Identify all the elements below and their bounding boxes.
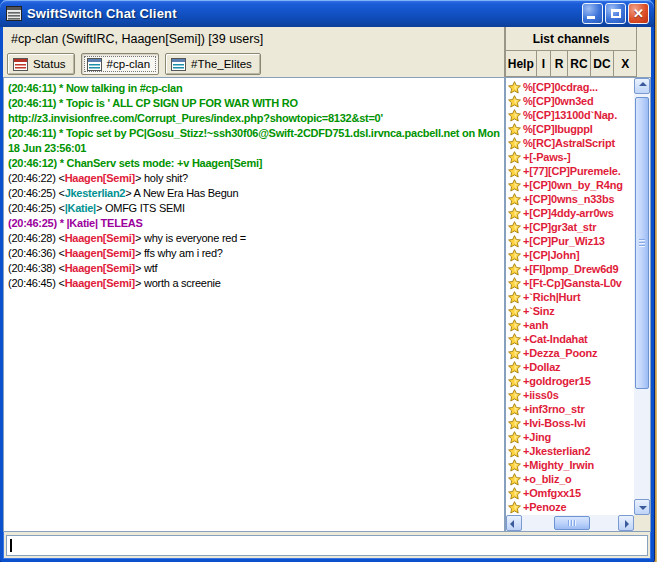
user-name: +[CP]Pur_Wiz13 — [523, 235, 605, 247]
chat-line: (20:46:25) <Jkesterlian2> A New Era Has … — [8, 186, 502, 201]
user-list-item[interactable]: +goldroger15 — [507, 374, 634, 388]
user-list-item[interactable]: +anh — [507, 318, 634, 332]
scroll-down-button[interactable] — [634, 499, 650, 515]
user-list-item[interactable]: +[-Paws-] — [507, 150, 634, 164]
chat-line: (20:46:12) * ChanServ sets mode: +v Haag… — [8, 156, 502, 171]
vertical-scroll-thumb[interactable] — [635, 97, 649, 389]
star-icon — [508, 375, 521, 388]
scroll-grip — [568, 520, 576, 526]
nickname: Haagen[Semi] — [65, 277, 135, 289]
scroll-up-button[interactable] — [634, 78, 650, 94]
user-list-item[interactable]: +Mighty_Irwin — [507, 458, 634, 472]
star-icon — [508, 193, 521, 206]
star-icon — [508, 179, 521, 192]
toolbar-button-x[interactable]: X — [613, 51, 637, 77]
user-name: +`Sinz — [523, 305, 555, 317]
user-list-item[interactable]: +[CP|John] — [507, 248, 634, 262]
user-list-item[interactable]: +Dezza_Poonz — [507, 346, 634, 360]
star-icon — [508, 109, 521, 122]
user-name: +[-Paws-] — [523, 151, 570, 163]
tab--the-elites[interactable]: #The_Elites — [165, 53, 261, 75]
message-input[interactable] — [7, 536, 647, 555]
star-icon — [508, 333, 521, 346]
user-list-item[interactable]: +Jing — [507, 430, 634, 444]
scroll-grip — [639, 239, 645, 247]
user-list-item[interactable]: +iiss0s — [507, 388, 634, 402]
message-input-row — [6, 535, 648, 556]
user-list-item[interactable]: %[CP]0cdrag... — [507, 80, 634, 94]
tab--cp-clan[interactable]: #cp-clan — [81, 53, 159, 75]
toolbar-button-rc[interactable]: RC — [567, 51, 591, 77]
user-list-item[interactable]: +[FI]pmp_Drew6d9 — [507, 262, 634, 276]
user-name: %[RC]AstralScript — [523, 137, 615, 149]
star-icon — [508, 501, 521, 514]
close-button[interactable]: ✕ — [628, 3, 649, 24]
toolbar-button-help[interactable]: Help — [505, 51, 537, 77]
channel-tab-icon — [87, 58, 102, 71]
star-icon — [508, 249, 521, 262]
maximize-button[interactable] — [605, 3, 626, 24]
nickname: |Katie| — [65, 202, 96, 214]
toolbar-button-i[interactable]: I — [536, 51, 552, 77]
tab-status[interactable]: Status — [7, 53, 75, 75]
chat-line: (20:46:11) * Topic set by PC|Gosu_Stizz!… — [8, 126, 502, 156]
user-list-item[interactable]: %[RC]AstralScript — [507, 136, 634, 150]
user-list-item[interactable]: +o_bliz_o — [507, 472, 634, 486]
user-name: +Jing — [523, 431, 551, 443]
user-list-vertical-scrollbar[interactable] — [634, 78, 650, 515]
user-list-item[interactable]: +[CP]gr3at_str — [507, 220, 634, 234]
arrow-down-icon — [639, 506, 647, 510]
user-list-item[interactable]: +[CP]4ddy-arr0ws — [507, 206, 634, 220]
toolbar-button-dc[interactable]: DC — [590, 51, 615, 77]
toolbar-button-r[interactable]: R — [550, 51, 568, 77]
user-list-item[interactable]: +Dollaz — [507, 360, 634, 374]
user-list-item[interactable]: +`Sinz — [507, 304, 634, 318]
user-list-horizontal-scrollbar[interactable] — [506, 515, 634, 531]
scroll-left-button[interactable] — [506, 515, 522, 531]
list-channels-button[interactable]: List channels — [505, 27, 637, 51]
user-list-item[interactable]: +Penoze — [507, 500, 634, 514]
chat-line: (20:46:36) <Haagen[Semi]> ffs why am i r… — [8, 246, 502, 261]
chat-line: (20:46:22) <Haagen[Semi]> holy shit? — [8, 171, 502, 186]
nickname: Haagen[Semi] — [65, 232, 135, 244]
user-list-item[interactable]: %[CP]13100d`Nap. — [507, 108, 634, 122]
user-list-item[interactable]: %[CP]0wn3ed — [507, 94, 634, 108]
minimize-button[interactable] — [582, 3, 603, 24]
user-name: +Dezza_Poonz — [523, 347, 597, 359]
user-name: %[CP]0cdrag... — [523, 81, 598, 93]
user-name: %[CP]Ibugppl — [523, 123, 593, 135]
user-list-item[interactable]: +[CP]0wn_by_R4ng — [507, 178, 634, 192]
user-list-item[interactable]: +`Rich|Hurt — [507, 290, 634, 304]
user-name: +`Rich|Hurt — [523, 291, 580, 303]
user-list-item[interactable]: +Cat-Indahat — [507, 332, 634, 346]
user-list-item[interactable]: +Jkesterlian2 — [507, 444, 634, 458]
star-icon — [508, 123, 521, 136]
tab-row: Status #cp-clan #The_Elites HelpIRRCDCX — [3, 51, 651, 77]
title-bar[interactable]: SwiftSwitch Chat Client ✕ — [0, 0, 654, 27]
arrow-left-icon — [510, 520, 514, 528]
horizontal-scroll-thumb[interactable] — [554, 516, 590, 530]
user-name: +Dollaz — [523, 361, 560, 373]
user-list-item[interactable]: +[CP]Pur_Wiz13 — [507, 234, 634, 248]
tab-bar: Status #cp-clan #The_Elites — [3, 51, 504, 77]
main-area: (20:46:11) * Now talking in #cp-clan(20:… — [3, 77, 651, 532]
chat-line: (20:46:11) * Topic is ' ALL CP SIGN UP F… — [8, 96, 502, 126]
user-list-item[interactable]: +[CP]0wns_n33bs — [507, 192, 634, 206]
window-title: SwiftSwitch Chat Client — [27, 6, 580, 21]
user-name: +Jkesterlian2 — [523, 445, 590, 457]
scrollbar-corner — [634, 515, 650, 531]
user-list-item[interactable]: %[CP]Ibugppl — [507, 122, 634, 136]
star-icon — [508, 137, 521, 150]
star-icon — [508, 291, 521, 304]
app-icon — [6, 6, 22, 21]
chat-line: (20:46:25) * |Katie| TELEAS — [8, 216, 502, 231]
chat-line: (20:46:45) <Haagen[Semi]> worth a screen… — [8, 276, 502, 291]
user-list-item[interactable]: +inf3rno_str — [507, 402, 634, 416]
user-list-item[interactable]: +[Ft-Cp]Gansta-L0v — [507, 276, 634, 290]
user-list-item[interactable]: +Omfgxx15 — [507, 486, 634, 500]
user-list-item[interactable]: +[77][CP]Puremele. — [507, 164, 634, 178]
scroll-right-button[interactable] — [618, 515, 634, 531]
tab-label: #cp-clan — [107, 58, 150, 70]
user-name: +[CP]0wns_n33bs — [523, 193, 614, 205]
user-list-item[interactable]: +Ivi-Boss-Ivi — [507, 416, 634, 430]
